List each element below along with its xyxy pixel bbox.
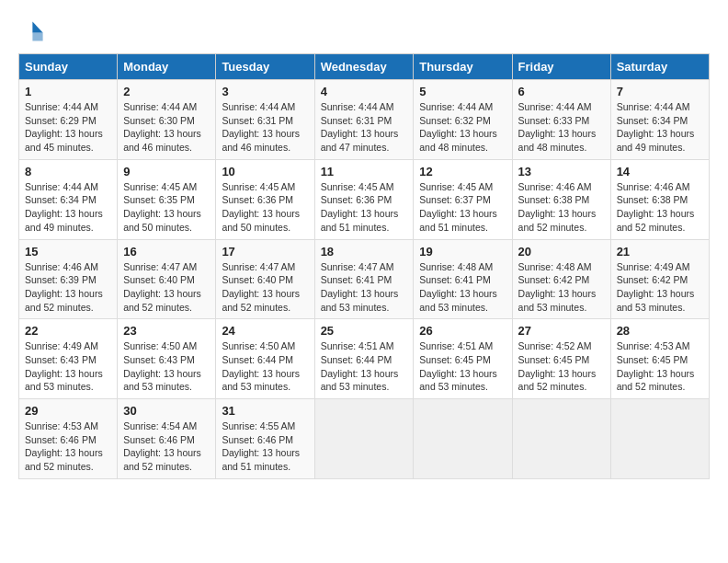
calendar-header-friday: Friday (512, 54, 610, 80)
calendar-cell: 28Sunrise: 4:53 AMSunset: 6:45 PMDayligh… (610, 319, 709, 399)
day-info: Sunrise: 4:48 AMSunset: 6:41 PMDaylight:… (419, 260, 506, 315)
day-info: Sunrise: 4:53 AMSunset: 6:45 PMDaylight:… (617, 339, 703, 394)
calendar-cell: 8Sunrise: 4:44 AMSunset: 6:34 PMDaylight… (19, 159, 118, 239)
calendar-cell: 11Sunrise: 4:45 AMSunset: 6:36 PMDayligh… (314, 159, 414, 239)
calendar-cell: 7Sunrise: 4:44 AMSunset: 6:34 PMDaylight… (610, 80, 709, 160)
day-number: 26 (419, 324, 506, 338)
calendar-cell: 12Sunrise: 4:45 AMSunset: 6:37 PMDayligh… (414, 159, 512, 239)
calendar-week-3: 15Sunrise: 4:46 AMSunset: 6:39 PMDayligh… (19, 239, 710, 319)
calendar-cell: 24Sunrise: 4:50 AMSunset: 6:44 PMDayligh… (216, 319, 314, 399)
day-info: Sunrise: 4:55 AMSunset: 6:46 PMDaylight:… (222, 419, 308, 474)
calendar-table: SundayMondayTuesdayWednesdayThursdayFrid… (18, 53, 710, 479)
calendar-cell: 9Sunrise: 4:45 AMSunset: 6:35 PMDaylight… (118, 159, 216, 239)
calendar-cell (512, 399, 610, 479)
logo-icon (18, 18, 44, 44)
day-info: Sunrise: 4:44 AMSunset: 6:30 PMDaylight:… (123, 100, 210, 155)
day-number: 6 (518, 85, 605, 98)
day-number: 3 (222, 85, 308, 98)
day-number: 8 (25, 165, 111, 178)
day-info: Sunrise: 4:54 AMSunset: 6:46 PMDaylight:… (123, 419, 210, 474)
day-info: Sunrise: 4:53 AMSunset: 6:46 PMDaylight:… (25, 419, 111, 474)
day-number: 29 (25, 404, 111, 418)
day-info: Sunrise: 4:44 AMSunset: 6:29 PMDaylight:… (25, 100, 111, 155)
day-number: 18 (321, 245, 408, 259)
day-info: Sunrise: 4:52 AMSunset: 6:45 PMDaylight:… (518, 339, 605, 394)
day-info: Sunrise: 4:51 AMSunset: 6:44 PMDaylight:… (321, 339, 408, 394)
day-info: Sunrise: 4:50 AMSunset: 6:44 PMDaylight:… (222, 339, 308, 394)
day-number: 13 (518, 165, 605, 178)
day-number: 2 (123, 85, 210, 98)
calendar-cell: 30Sunrise: 4:54 AMSunset: 6:46 PMDayligh… (118, 399, 216, 479)
day-number: 7 (617, 85, 703, 98)
day-number: 14 (617, 165, 703, 178)
day-number: 12 (419, 165, 506, 178)
calendar-cell: 15Sunrise: 4:46 AMSunset: 6:39 PMDayligh… (19, 239, 118, 319)
day-info: Sunrise: 4:44 AMSunset: 6:33 PMDaylight:… (518, 100, 605, 155)
day-info: Sunrise: 4:48 AMSunset: 6:42 PMDaylight:… (518, 260, 605, 315)
day-number: 23 (123, 324, 210, 338)
calendar-cell: 21Sunrise: 4:49 AMSunset: 6:42 PMDayligh… (610, 239, 709, 319)
calendar-cell: 4Sunrise: 4:44 AMSunset: 6:31 PMDaylight… (314, 80, 414, 160)
day-info: Sunrise: 4:44 AMSunset: 6:32 PMDaylight:… (419, 100, 506, 155)
day-number: 24 (222, 324, 308, 338)
day-number: 15 (25, 245, 111, 259)
day-info: Sunrise: 4:46 AMSunset: 6:39 PMDaylight:… (25, 260, 111, 315)
calendar-cell: 22Sunrise: 4:49 AMSunset: 6:43 PMDayligh… (19, 319, 118, 399)
calendar-header-monday: Monday (118, 54, 216, 80)
day-info: Sunrise: 4:46 AMSunset: 6:38 PMDaylight:… (617, 180, 703, 235)
svg-marker-1 (32, 32, 42, 40)
day-info: Sunrise: 4:44 AMSunset: 6:34 PMDaylight:… (617, 100, 703, 155)
day-number: 10 (222, 165, 308, 178)
calendar-header-wednesday: Wednesday (314, 54, 414, 80)
day-number: 21 (617, 245, 703, 259)
calendar-cell: 26Sunrise: 4:51 AMSunset: 6:45 PMDayligh… (414, 319, 512, 399)
day-number: 1 (25, 85, 111, 98)
day-info: Sunrise: 4:45 AMSunset: 6:36 PMDaylight:… (321, 180, 408, 235)
day-number: 25 (321, 324, 408, 338)
calendar-week-4: 22Sunrise: 4:49 AMSunset: 6:43 PMDayligh… (19, 319, 710, 399)
calendar-cell: 29Sunrise: 4:53 AMSunset: 6:46 PMDayligh… (19, 399, 118, 479)
calendar-header-row: SundayMondayTuesdayWednesdayThursdayFrid… (19, 54, 710, 80)
calendar-cell: 27Sunrise: 4:52 AMSunset: 6:45 PMDayligh… (512, 319, 610, 399)
calendar-cell (414, 399, 512, 479)
day-number: 19 (419, 245, 506, 259)
svg-marker-0 (32, 22, 42, 33)
calendar-header-tuesday: Tuesday (216, 54, 314, 80)
day-number: 16 (123, 245, 210, 259)
day-info: Sunrise: 4:44 AMSunset: 6:31 PMDaylight:… (321, 100, 408, 155)
calendar-cell: 14Sunrise: 4:46 AMSunset: 6:38 PMDayligh… (610, 159, 709, 239)
calendar-cell: 19Sunrise: 4:48 AMSunset: 6:41 PMDayligh… (414, 239, 512, 319)
day-info: Sunrise: 4:49 AMSunset: 6:42 PMDaylight:… (617, 260, 703, 315)
calendar-header-sunday: Sunday (19, 54, 118, 80)
day-info: Sunrise: 4:45 AMSunset: 6:36 PMDaylight:… (222, 180, 308, 235)
calendar-cell: 13Sunrise: 4:46 AMSunset: 6:38 PMDayligh… (512, 159, 610, 239)
day-info: Sunrise: 4:47 AMSunset: 6:40 PMDaylight:… (123, 260, 210, 315)
logo (18, 18, 48, 44)
calendar-cell: 16Sunrise: 4:47 AMSunset: 6:40 PMDayligh… (118, 239, 216, 319)
calendar-cell: 25Sunrise: 4:51 AMSunset: 6:44 PMDayligh… (314, 319, 414, 399)
day-number: 4 (321, 85, 408, 98)
day-number: 5 (419, 85, 506, 98)
day-number: 17 (222, 245, 308, 259)
calendar-cell (610, 399, 709, 479)
day-info: Sunrise: 4:47 AMSunset: 6:40 PMDaylight:… (222, 260, 308, 315)
calendar-cell: 1Sunrise: 4:44 AMSunset: 6:29 PMDaylight… (19, 80, 118, 160)
calendar-header-saturday: Saturday (610, 54, 709, 80)
day-info: Sunrise: 4:50 AMSunset: 6:43 PMDaylight:… (123, 339, 210, 394)
day-number: 11 (321, 165, 408, 178)
page-header (18, 18, 710, 44)
day-info: Sunrise: 4:45 AMSunset: 6:37 PMDaylight:… (419, 180, 506, 235)
calendar-cell: 3Sunrise: 4:44 AMSunset: 6:31 PMDaylight… (216, 80, 314, 160)
day-info: Sunrise: 4:46 AMSunset: 6:38 PMDaylight:… (518, 180, 605, 235)
day-info: Sunrise: 4:45 AMSunset: 6:35 PMDaylight:… (123, 180, 210, 235)
calendar-cell: 17Sunrise: 4:47 AMSunset: 6:40 PMDayligh… (216, 239, 314, 319)
calendar-header-thursday: Thursday (414, 54, 512, 80)
calendar-cell: 10Sunrise: 4:45 AMSunset: 6:36 PMDayligh… (216, 159, 314, 239)
calendar-cell: 18Sunrise: 4:47 AMSunset: 6:41 PMDayligh… (314, 239, 414, 319)
calendar-cell: 31Sunrise: 4:55 AMSunset: 6:46 PMDayligh… (216, 399, 314, 479)
calendar-body: 1Sunrise: 4:44 AMSunset: 6:29 PMDaylight… (19, 80, 710, 479)
calendar-week-1: 1Sunrise: 4:44 AMSunset: 6:29 PMDaylight… (19, 80, 710, 160)
day-number: 9 (123, 165, 210, 178)
calendar-cell (314, 399, 414, 479)
day-number: 31 (222, 404, 308, 418)
